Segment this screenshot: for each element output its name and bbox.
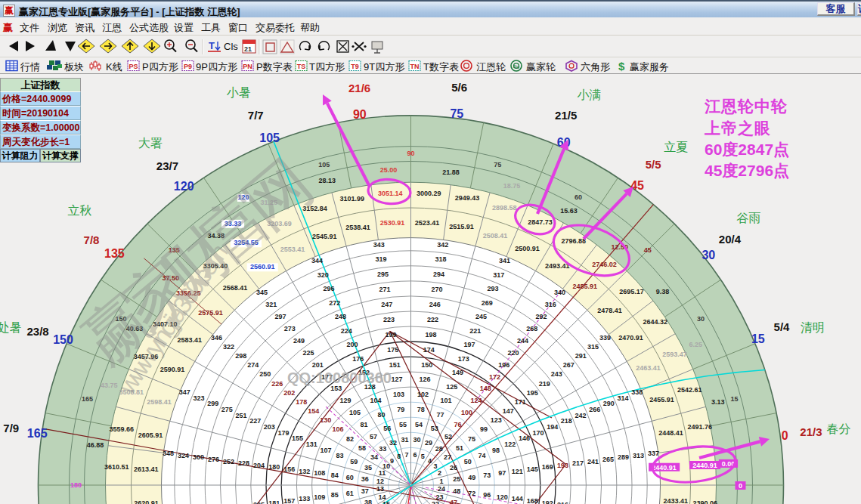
svg-text:227: 227 bbox=[249, 417, 261, 425]
svg-text:318: 318 bbox=[435, 255, 447, 263]
svg-text:2538.41: 2538.41 bbox=[345, 224, 370, 231]
svg-text:345: 345 bbox=[256, 289, 268, 296]
svg-text:3051.14: 3051.14 bbox=[378, 190, 403, 197]
svg-text:TS: TS bbox=[297, 63, 306, 70]
svg-text:165: 165 bbox=[82, 395, 93, 403]
svg-text:81: 81 bbox=[361, 421, 368, 428]
svg-text:133: 133 bbox=[299, 495, 310, 502]
svg-text:2605.91: 2605.91 bbox=[138, 431, 163, 439]
svg-text:225: 225 bbox=[302, 349, 314, 357]
svg-text:28: 28 bbox=[435, 445, 443, 453]
svg-text:294: 294 bbox=[433, 271, 444, 278]
svg-text:0: 0 bbox=[739, 482, 742, 490]
svg-text:立夏: 立夏 bbox=[664, 141, 688, 153]
svg-text:79: 79 bbox=[397, 406, 404, 413]
svg-text:60: 60 bbox=[575, 193, 582, 201]
svg-text:5/5: 5/5 bbox=[646, 158, 661, 171]
svg-text:299: 299 bbox=[207, 400, 218, 407]
svg-text:37: 37 bbox=[361, 487, 369, 495]
svg-text:58: 58 bbox=[358, 444, 366, 452]
svg-text:104: 104 bbox=[370, 397, 381, 404]
svg-text:31: 31 bbox=[401, 436, 408, 444]
svg-text:344: 344 bbox=[311, 257, 323, 264]
svg-text:198: 198 bbox=[425, 331, 436, 339]
svg-text:5: 5 bbox=[421, 453, 425, 460]
svg-text:178: 178 bbox=[296, 398, 307, 406]
svg-text:169: 169 bbox=[542, 463, 553, 471]
svg-text:245: 245 bbox=[475, 313, 487, 320]
svg-text:2620.91: 2620.91 bbox=[134, 499, 159, 504]
svg-text:2440.91: 2440.91 bbox=[652, 464, 677, 472]
svg-text:33: 33 bbox=[379, 445, 386, 453]
svg-text:313: 313 bbox=[633, 452, 644, 459]
svg-text:77: 77 bbox=[436, 411, 444, 419]
svg-text:6: 6 bbox=[413, 451, 417, 459]
svg-text:242: 242 bbox=[575, 412, 586, 419]
svg-text:谷雨: 谷雨 bbox=[736, 212, 760, 224]
svg-text:156: 156 bbox=[283, 465, 295, 473]
svg-text:216: 216 bbox=[557, 501, 568, 504]
svg-text:155: 155 bbox=[292, 434, 303, 442]
svg-text:Cls: Cls bbox=[224, 41, 238, 52]
svg-text:36: 36 bbox=[361, 475, 369, 483]
svg-text:120: 120 bbox=[174, 180, 194, 193]
svg-text:204: 204 bbox=[253, 462, 265, 469]
svg-text:157: 157 bbox=[283, 497, 295, 504]
svg-text:50: 50 bbox=[464, 458, 472, 465]
svg-text:315: 315 bbox=[587, 343, 599, 351]
svg-text:120: 120 bbox=[497, 493, 508, 501]
svg-text:217: 217 bbox=[572, 459, 584, 467]
svg-text:2455.91: 2455.91 bbox=[649, 396, 674, 404]
svg-text:P9: P9 bbox=[184, 63, 192, 70]
svg-text:13: 13 bbox=[376, 485, 384, 493]
svg-text:3101.99: 3101.99 bbox=[339, 195, 364, 203]
svg-text:34: 34 bbox=[370, 453, 378, 461]
svg-text:27: 27 bbox=[444, 453, 451, 461]
svg-text:TN: TN bbox=[410, 63, 420, 70]
svg-text:105: 105 bbox=[349, 409, 361, 416]
svg-text:272: 272 bbox=[329, 299, 340, 307]
svg-text:109: 109 bbox=[314, 493, 325, 501]
svg-text:2560.91: 2560.91 bbox=[250, 263, 275, 271]
svg-text:195: 195 bbox=[527, 389, 538, 397]
svg-text:11: 11 bbox=[379, 469, 386, 477]
svg-text:2553.41: 2553.41 bbox=[280, 246, 305, 253]
svg-text:251: 251 bbox=[235, 412, 246, 419]
svg-text:21/3: 21/3 bbox=[800, 425, 822, 438]
svg-text:78: 78 bbox=[417, 406, 425, 413]
svg-text:2545.91: 2545.91 bbox=[312, 233, 337, 240]
svg-text:25.00: 25.00 bbox=[380, 166, 398, 174]
svg-text:267: 267 bbox=[563, 361, 575, 369]
svg-text:144: 144 bbox=[512, 495, 523, 502]
svg-text:23/7: 23/7 bbox=[156, 159, 178, 172]
svg-text:2491.76: 2491.76 bbox=[687, 423, 712, 431]
svg-text:2515.91: 2515.91 bbox=[449, 223, 474, 230]
svg-text:60度2847点: 60度2847点 bbox=[705, 141, 789, 159]
svg-text:226: 226 bbox=[271, 380, 283, 388]
svg-text:8: 8 bbox=[397, 453, 401, 460]
svg-text:23/8: 23/8 bbox=[26, 325, 48, 338]
svg-text:2448.41: 2448.41 bbox=[658, 429, 683, 437]
svg-text:84: 84 bbox=[331, 472, 339, 479]
svg-text:61: 61 bbox=[346, 490, 354, 497]
svg-text:3610.51: 3610.51 bbox=[104, 463, 129, 471]
svg-text:90: 90 bbox=[353, 108, 367, 121]
svg-text:176: 176 bbox=[352, 355, 364, 363]
svg-text:PN: PN bbox=[243, 63, 252, 70]
svg-text:2746.02: 2746.02 bbox=[592, 261, 617, 268]
svg-text:266: 266 bbox=[589, 406, 600, 413]
svg-text:2847.73: 2847.73 bbox=[528, 218, 553, 226]
svg-text:197: 197 bbox=[463, 341, 475, 348]
svg-text:25: 25 bbox=[453, 475, 460, 483]
svg-text:35: 35 bbox=[364, 464, 372, 472]
svg-text:320: 320 bbox=[317, 271, 329, 279]
svg-text:立秋: 立秋 bbox=[67, 204, 91, 217]
svg-text:2695.17: 2695.17 bbox=[619, 288, 644, 295]
svg-text:5/4: 5/4 bbox=[774, 320, 791, 333]
svg-text:125: 125 bbox=[446, 383, 457, 391]
svg-text:75: 75 bbox=[450, 107, 463, 120]
svg-text:135: 135 bbox=[104, 247, 125, 260]
svg-text:21/5: 21/5 bbox=[555, 109, 577, 122]
svg-text:98: 98 bbox=[492, 447, 500, 454]
svg-text:174: 174 bbox=[423, 346, 435, 354]
